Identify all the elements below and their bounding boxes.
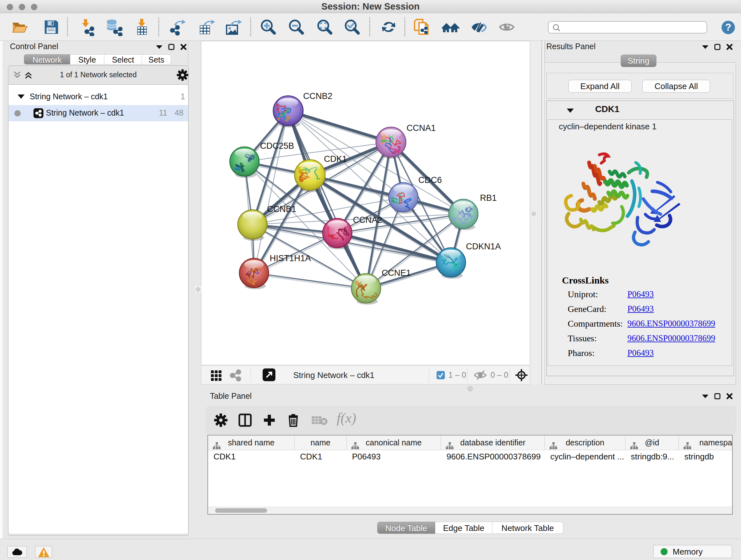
- svg-text:CDKN1A: CDKN1A: [466, 242, 501, 251]
- svg-text:RB1: RB1: [480, 193, 497, 203]
- svg-text:CDC6: CDC6: [418, 175, 442, 185]
- svg-text:CCNE1: CCNE1: [382, 268, 411, 278]
- svg-text:CDK1: CDK1: [324, 154, 347, 164]
- svg-text:CCNB1: CCNB1: [267, 204, 296, 214]
- svg-text:HIST1H1A: HIST1H1A: [270, 253, 311, 263]
- svg-text:CCNB2: CCNB2: [303, 91, 333, 101]
- svg-text:CDC25B: CDC25B: [260, 141, 294, 151]
- svg-text:CCNA2: CCNA2: [353, 215, 382, 225]
- svg-text:CCNA1: CCNA1: [407, 123, 436, 133]
